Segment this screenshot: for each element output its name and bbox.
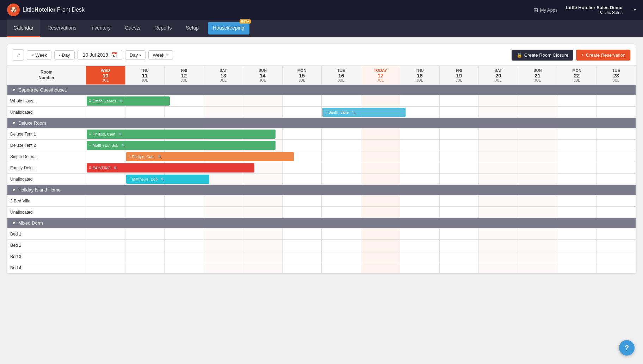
cal-cell[interactable] xyxy=(282,195,322,207)
cal-cell[interactable] xyxy=(282,162,322,174)
cal-cell[interactable] xyxy=(439,140,479,151)
cal-cell[interactable] xyxy=(479,207,518,218)
cal-cell[interactable] xyxy=(86,262,125,274)
day-header-7[interactable]: TODAY17JUL xyxy=(361,66,400,85)
cal-cell[interactable] xyxy=(361,95,400,107)
day-header-1[interactable]: THU11JUL xyxy=(125,66,165,85)
day-header-0[interactable]: WED10JUL xyxy=(86,66,125,85)
cal-cell[interactable] xyxy=(165,251,204,262)
cal-cell[interactable] xyxy=(204,195,243,207)
cal-cell[interactable] xyxy=(557,140,597,151)
cal-cell[interactable] xyxy=(557,107,597,118)
cal-cell[interactable] xyxy=(282,262,322,274)
cal-cell[interactable] xyxy=(243,228,283,240)
cal-cell[interactable] xyxy=(518,228,557,240)
cal-cell[interactable] xyxy=(243,195,283,207)
cal-cell[interactable] xyxy=(479,251,518,262)
cal-cell[interactable] xyxy=(596,151,636,162)
cal-cell[interactable] xyxy=(400,107,440,118)
cal-cell[interactable] xyxy=(204,262,243,274)
cal-cell[interactable] xyxy=(400,240,440,251)
cal-cell[interactable] xyxy=(204,174,243,185)
cal-cell[interactable] xyxy=(518,95,557,107)
cal-cell[interactable] xyxy=(322,240,361,251)
day-header-3[interactable]: SAT13JUL xyxy=(204,66,243,85)
cal-cell[interactable] xyxy=(439,251,479,262)
cal-cell[interactable] xyxy=(400,128,440,140)
cal-cell[interactable] xyxy=(322,140,361,151)
day-header-11[interactable]: SUN21JUL xyxy=(518,66,557,85)
cal-cell[interactable]: ⠿Matthews, Bob🔍 xyxy=(86,140,125,151)
cal-cell[interactable] xyxy=(479,195,518,207)
cal-cell[interactable] xyxy=(86,228,125,240)
cal-cell[interactable] xyxy=(518,128,557,140)
cal-cell[interactable] xyxy=(518,207,557,218)
day-header-12[interactable]: MON22JUL xyxy=(557,66,597,85)
cal-cell[interactable] xyxy=(361,228,400,240)
calendar-icon[interactable]: 📅 xyxy=(111,52,117,58)
cal-cell[interactable] xyxy=(596,107,636,118)
cal-cell[interactable] xyxy=(400,174,440,185)
cal-cell[interactable] xyxy=(165,95,204,107)
section-header-2[interactable]: ▼Holiday Island Home xyxy=(7,185,636,195)
cal-cell[interactable] xyxy=(479,240,518,251)
cal-cell[interactable] xyxy=(518,251,557,262)
day-header-2[interactable]: FRI12JUL xyxy=(165,66,204,85)
cal-cell[interactable] xyxy=(518,162,557,174)
cal-cell[interactable] xyxy=(439,207,479,218)
day-header-10[interactable]: SAT20JUL xyxy=(479,66,518,85)
cal-cell[interactable]: ⠿Phillips, Cam🔍 xyxy=(125,151,165,162)
cal-cell[interactable] xyxy=(439,162,479,174)
cal-cell[interactable] xyxy=(204,228,243,240)
cal-cell[interactable] xyxy=(400,195,440,207)
cal-cell[interactable] xyxy=(204,207,243,218)
cal-cell[interactable] xyxy=(518,151,557,162)
cal-cell[interactable] xyxy=(322,151,361,162)
cal-cell[interactable]: ⠿Smith, James🔍 xyxy=(86,95,125,107)
cal-cell[interactable] xyxy=(361,174,400,185)
cal-cell[interactable] xyxy=(204,240,243,251)
reservation-bar[interactable]: ⠿PAINTING🔍 xyxy=(87,163,254,172)
cal-cell[interactable] xyxy=(596,228,636,240)
cal-cell[interactable] xyxy=(165,207,204,218)
cal-cell[interactable] xyxy=(282,128,322,140)
cal-cell[interactable] xyxy=(518,240,557,251)
cal-cell[interactable] xyxy=(400,262,440,274)
cal-cell[interactable] xyxy=(125,107,165,118)
day-back-button[interactable]: ‹ Day xyxy=(54,50,74,60)
tab-housekeeping[interactable]: Housekeeping BETA xyxy=(208,22,249,34)
tab-reservations[interactable]: Reservations xyxy=(41,19,83,37)
reservation-bar[interactable]: ⠿Matthews, Bob🔍 xyxy=(87,141,276,150)
cal-cell[interactable] xyxy=(557,228,597,240)
cal-cell[interactable] xyxy=(243,174,283,185)
cal-cell[interactable] xyxy=(557,195,597,207)
day-forward-button[interactable]: Day › xyxy=(125,50,145,60)
cal-cell[interactable] xyxy=(557,151,597,162)
cal-cell[interactable] xyxy=(557,240,597,251)
cal-cell[interactable] xyxy=(557,162,597,174)
cal-cell[interactable] xyxy=(479,174,518,185)
cal-cell[interactable] xyxy=(479,262,518,274)
cal-cell[interactable] xyxy=(322,262,361,274)
cal-cell[interactable] xyxy=(125,195,165,207)
cal-cell[interactable] xyxy=(439,228,479,240)
cal-cell[interactable] xyxy=(400,151,440,162)
day-header-4[interactable]: SUN14JUL xyxy=(243,66,283,85)
cal-cell[interactable] xyxy=(596,174,636,185)
day-header-5[interactable]: MON15JUL xyxy=(282,66,322,85)
cal-cell[interactable] xyxy=(204,107,243,118)
week-forward-button[interactable]: Week » xyxy=(148,50,173,60)
create-room-closure-button[interactable]: 🔒 Create Room Closure xyxy=(512,50,574,61)
cal-cell[interactable] xyxy=(86,207,125,218)
cal-cell[interactable] xyxy=(322,228,361,240)
tab-calendar[interactable]: Calendar xyxy=(7,19,40,37)
cal-cell[interactable] xyxy=(86,107,125,118)
cal-cell[interactable] xyxy=(596,95,636,107)
cal-cell[interactable] xyxy=(518,174,557,185)
cal-cell[interactable] xyxy=(322,174,361,185)
cal-cell[interactable] xyxy=(243,107,283,118)
cal-cell[interactable]: ⠿Smith, Jane🔍 xyxy=(322,107,361,118)
cal-cell[interactable] xyxy=(596,195,636,207)
cal-cell[interactable] xyxy=(243,240,283,251)
cal-cell[interactable] xyxy=(125,240,165,251)
